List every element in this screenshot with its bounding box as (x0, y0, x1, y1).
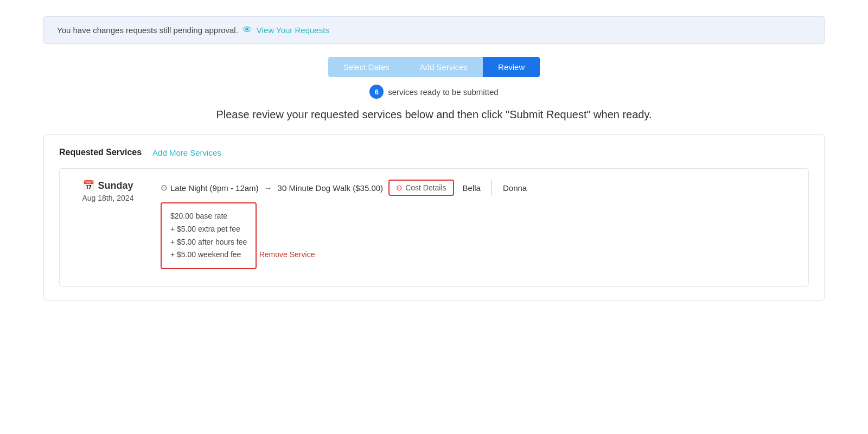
pet-bella: Bella (459, 183, 484, 193)
count-badge: 6 (369, 85, 384, 99)
remove-service-link[interactable]: Remove Service (259, 250, 315, 259)
banner-text: You have changes requests still pending … (57, 25, 238, 35)
cost-line-2: + $5.00 extra pet fee (170, 223, 247, 236)
count-label: services ready to be submitted (388, 87, 498, 97)
cost-line-1: $20.00 base rate (170, 210, 247, 223)
view-requests-link[interactable]: View Your Requests (257, 25, 329, 35)
pet-donna: Donna (500, 183, 530, 193)
arrow-icon: → (264, 183, 272, 193)
service-detail-col: ⊙ Late Night (9pm - 12am) → 30 Minute Do… (161, 180, 795, 276)
date-label: Aug 18th, 2024 (82, 194, 134, 202)
card-header: Requested Services Add More Services (59, 148, 809, 157)
minus-circle-icon: ⊖ (396, 183, 403, 192)
steps-nav: Select Dates Add Services Review (0, 57, 868, 77)
step-add-services[interactable]: Add Services (405, 57, 483, 77)
day-label: Sunday (98, 180, 133, 192)
service-top-row: ⊙ Late Night (9pm - 12am) → 30 Minute Do… (161, 180, 795, 196)
cost-details-label: Cost Details (405, 183, 446, 192)
time-label: ⊙ Late Night (9pm - 12am) (161, 183, 259, 193)
add-more-services-link[interactable]: Add More Services (152, 148, 221, 157)
calendar-icon: 📅 (82, 180, 94, 192)
step-select-dates[interactable]: Select Dates (328, 57, 405, 77)
services-count-row: 6 services ready to be submitted (0, 85, 868, 99)
pet-divider (492, 180, 492, 195)
cost-line-3: + $5.00 after hours fee (170, 236, 247, 249)
date-column: 📅 Sunday Aug 18th, 2024 (73, 180, 143, 202)
eye-icon: 👁 (242, 24, 252, 36)
main-card: Requested Services Add More Services 📅 S… (43, 134, 825, 301)
review-instruction: Please review your requested services be… (0, 108, 868, 121)
cost-details-button[interactable]: ⊖ Cost Details (388, 180, 454, 196)
requested-services-title: Requested Services (59, 148, 142, 157)
service-row: 📅 Sunday Aug 18th, 2024 ⊙ Late Night (9p… (59, 168, 809, 287)
step-review[interactable]: Review (483, 57, 540, 77)
cost-breakdown-box: $20.00 base rate + $5.00 extra pet fee +… (161, 202, 257, 269)
clock-icon: ⊙ (161, 183, 168, 193)
service-name: 30 Minute Dog Walk ($35.00) (278, 183, 384, 193)
time-text: Late Night (9pm - 12am) (170, 183, 259, 193)
pending-banner: You have changes requests still pending … (43, 16, 825, 44)
cost-line-4: + $5.00 weekend fee (170, 248, 247, 261)
